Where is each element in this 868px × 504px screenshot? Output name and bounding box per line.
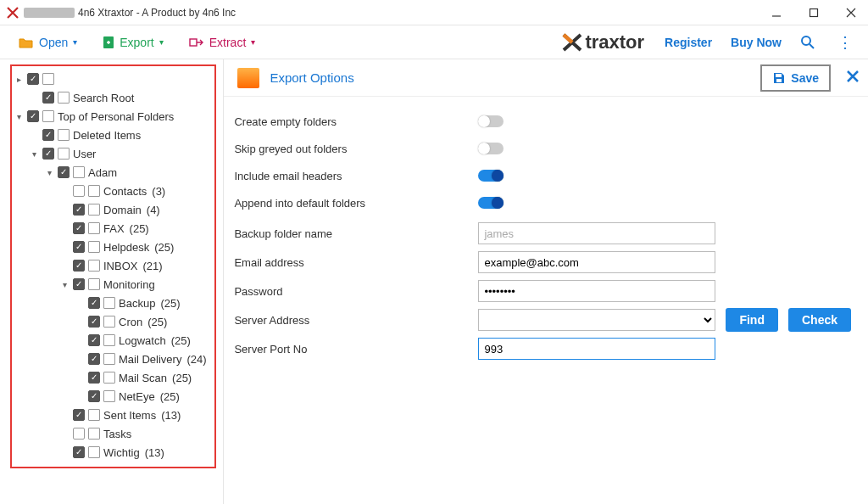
tree-row[interactable]: ▸Deleted Items [14, 126, 223, 144]
chevron-down-icon: ▾ [159, 37, 164, 47]
server-port-input[interactable] [478, 338, 715, 360]
tree-row[interactable]: ▾Adam [14, 163, 223, 182]
tree-expander[interactable]: ▸ [14, 75, 24, 84]
tree-label: User [73, 148, 96, 160]
buy-now-link[interactable]: Buy Now [731, 36, 782, 49]
tree-checkbox[interactable] [27, 110, 39, 122]
tree-label: Tasks [103, 428, 131, 440]
chevron-down-icon: ▾ [251, 37, 255, 47]
tree-expander[interactable]: ▾ [59, 280, 70, 289]
tree-label: Logwatch [119, 334, 166, 347]
tree-count: (25) [160, 390, 180, 403]
skip-greyed-toggle[interactable] [478, 143, 504, 154]
tree-checkbox[interactable] [88, 334, 100, 346]
tree-checkbox[interactable] [73, 278, 85, 290]
tree-checkbox[interactable] [88, 353, 100, 365]
tree-row[interactable]: ▸Domain (4) [14, 200, 223, 219]
create-empty-label: Create empty folders [234, 115, 478, 128]
include-headers-label: Include email headers [234, 170, 478, 182]
tree-expander[interactable]: ▾ [44, 168, 54, 177]
tree-row[interactable]: ▸Wichtig (13) [14, 443, 223, 462]
trash-icon [58, 129, 70, 141]
app-icon [7, 7, 19, 19]
tree-checkbox[interactable] [73, 222, 85, 234]
tree-checkbox[interactable] [42, 148, 54, 160]
brand-logo: traxtor [562, 31, 644, 53]
window-close-button[interactable] [844, 6, 858, 20]
tree-row[interactable]: ▸Cron (25) [14, 312, 223, 331]
folder-icon [103, 334, 115, 346]
tree-checkbox[interactable] [73, 446, 85, 458]
tree-label: Deleted Items [73, 129, 141, 142]
tree-checkbox[interactable] [88, 297, 100, 309]
tree-checkbox[interactable] [73, 409, 85, 421]
window-minimize-button[interactable] [770, 6, 783, 20]
include-headers-toggle[interactable] [478, 170, 504, 182]
tree-checkbox[interactable] [58, 166, 70, 178]
folder-icon [58, 92, 70, 104]
tree-checkbox[interactable] [73, 241, 85, 253]
tree-row[interactable]: ▸Helpdesk (25) [14, 238, 223, 256]
tree-row[interactable]: ▸Mail Delivery (24) [14, 350, 223, 368]
tree-checkbox[interactable] [73, 260, 85, 272]
tree-row[interactable]: ▸ [14, 70, 223, 88]
tree-checkbox[interactable] [88, 390, 100, 402]
tree-row[interactable]: ▸Search Root [14, 88, 223, 107]
main-toolbar: Open ▾ Export ▾ Extract ▾ traxtor Regist… [0, 25, 868, 59]
append-default-label: Append into default folders [234, 197, 478, 210]
more-options-icon[interactable]: ⋮ [834, 33, 856, 52]
email-label: Email address [234, 256, 478, 269]
open-label: Open [39, 36, 68, 49]
folder-icon [73, 166, 85, 178]
tree-checkbox[interactable] [42, 129, 54, 141]
export-file-icon [103, 36, 114, 49]
panel-close-button[interactable] [846, 70, 860, 83]
export-button[interactable]: Export ▾ [96, 32, 170, 53]
tree-expander[interactable]: ▾ [14, 112, 24, 121]
tree-row[interactable]: ▸FAX (25) [14, 219, 223, 238]
tree-row[interactable]: ▾User [14, 144, 223, 163]
tree-row[interactable]: ▸Logwatch (25) [14, 331, 223, 350]
find-button[interactable]: Find [726, 308, 778, 332]
append-default-toggle[interactable] [478, 197, 504, 209]
tree-row[interactable]: ▸NetEye (25) [14, 387, 223, 406]
extract-button[interactable]: Extract ▾ [182, 32, 263, 53]
tree-row[interactable]: ▾Top of Personal Folders [14, 107, 223, 126]
window-maximize-button[interactable] [807, 6, 821, 20]
tree-expander[interactable]: ▾ [29, 149, 39, 159]
svg-point-4 [802, 36, 810, 45]
search-icon[interactable] [800, 35, 815, 50]
password-input[interactable] [478, 280, 715, 302]
tree-row[interactable]: ▸Sent Items (13) [14, 406, 223, 424]
save-label: Save [791, 71, 819, 85]
tree-row[interactable]: ▸Tasks [14, 424, 223, 443]
tree-checkbox[interactable] [73, 185, 85, 197]
tree-count: (25) [171, 334, 191, 347]
extract-icon [189, 36, 204, 48]
tree-checkbox[interactable] [27, 73, 39, 85]
tree-checkbox[interactable] [42, 92, 54, 104]
tree-label: Sent Items [103, 409, 156, 422]
register-link[interactable]: Register [665, 36, 712, 49]
tree-row[interactable]: ▸Backup (25) [14, 294, 223, 312]
tree-checkbox[interactable] [73, 204, 85, 216]
backup-name-input[interactable] [478, 222, 715, 244]
create-empty-toggle[interactable] [478, 115, 504, 127]
tree-label: Cron [119, 316, 142, 328]
check-button[interactable]: Check [788, 308, 851, 332]
tree-row[interactable]: ▸INBOX (21) [14, 256, 223, 275]
tree-row[interactable]: ▸Mail Scan (25) [14, 368, 223, 387]
tree-checkbox[interactable] [88, 316, 100, 328]
tree-count: (13) [161, 409, 181, 422]
extract-label: Extract [209, 36, 247, 49]
sent-icon [88, 409, 100, 421]
tree-row[interactable]: ▾Monitoring [14, 275, 223, 294]
folder-icon [103, 297, 115, 309]
server-address-select[interactable] [478, 309, 715, 331]
tree-checkbox[interactable] [73, 428, 85, 440]
save-button[interactable]: Save [764, 68, 827, 88]
email-input[interactable] [478, 251, 715, 273]
tree-checkbox[interactable] [88, 372, 100, 384]
tree-row[interactable]: ▸Contacts (3) [14, 182, 223, 200]
open-button[interactable]: Open ▾ [12, 32, 84, 53]
